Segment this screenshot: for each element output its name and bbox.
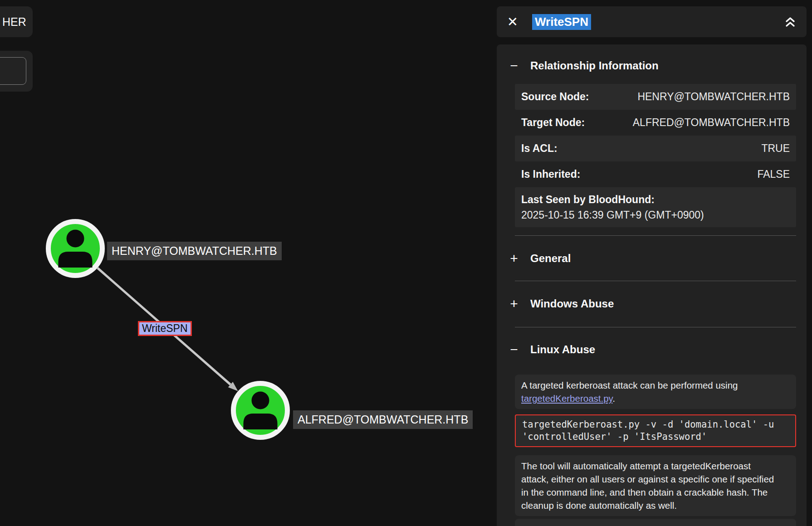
linux-abuse-footer: The recovered hash can be cracked offlin… — [515, 519, 796, 526]
user-icon — [252, 392, 269, 409]
table-row: Is Inherited: FALSE — [515, 161, 796, 187]
edge-details-header: ✕ WriteSPN — [497, 6, 807, 37]
close-icon[interactable]: ✕ — [506, 15, 519, 29]
section-heading: General — [530, 252, 571, 265]
node-henry[interactable] — [49, 222, 103, 276]
expand-icon[interactable]: + — [509, 298, 519, 309]
table-row: Target Node: ALFRED@TOMBWATCHER.HTB — [515, 110, 796, 136]
section-general[interactable]: + General — [509, 251, 796, 266]
section-heading: Linux Abuse — [530, 343, 595, 356]
collapse-icon[interactable]: − — [509, 60, 519, 71]
user-icon — [59, 252, 93, 268]
node-label-alfred[interactable]: ALFRED@TOMBWATCHER.HTB — [293, 410, 473, 429]
targeted-kerberoast-link[interactable]: targetedKerberoast.py — [521, 393, 612, 404]
expand-icon[interactable]: + — [509, 253, 519, 264]
divider — [515, 235, 796, 236]
linux-abuse-description: The tool will automatically attempt a ta… — [515, 455, 796, 516]
edge-label-writespn[interactable]: WriteSPN — [138, 321, 192, 336]
relationship-table: Source Node: HENRY@TOMBWATCHER.HTB Targe… — [515, 84, 796, 227]
divider — [515, 327, 796, 327]
section-heading: Relationship Information — [530, 59, 659, 72]
clipped-label-text: HER — [2, 15, 26, 29]
node-label-henry[interactable]: HENRY@TOMBWATCHER.HTB — [107, 242, 282, 260]
section-linux-abuse[interactable]: − Linux Abuse — [509, 342, 796, 357]
edge-details-panel: − Relationship Information Source Node: … — [497, 44, 807, 526]
command-code-block: targetedKerberoast.py -v -d 'domain.loca… — [515, 414, 796, 447]
table-row: Source Node: HENRY@TOMBWATCHER.HTB — [515, 84, 796, 110]
table-row: Last Seen by BloodHound: 2025-10-15 16:3… — [515, 187, 796, 227]
user-icon — [244, 414, 278, 429]
collapse-icon[interactable]: − — [509, 344, 519, 355]
table-row: Is ACL: TRUE — [515, 136, 796, 161]
user-icon — [67, 230, 84, 248]
clipped-label-chip[interactable]: HER — [0, 6, 33, 37]
search-card — [0, 51, 33, 92]
node-alfred[interactable] — [234, 384, 288, 438]
panel-title: WriteSPN — [532, 14, 591, 30]
search-input[interactable] — [0, 57, 26, 85]
divider — [515, 281, 796, 281]
section-windows-abuse[interactable]: + Windows Abuse — [509, 296, 796, 312]
collapse-all-icon[interactable] — [783, 15, 797, 29]
section-relationship-information[interactable]: − Relationship Information — [509, 58, 796, 73]
linux-abuse-intro: A targeted kerberoast attack can be perf… — [515, 375, 796, 409]
section-heading: Windows Abuse — [530, 297, 614, 310]
